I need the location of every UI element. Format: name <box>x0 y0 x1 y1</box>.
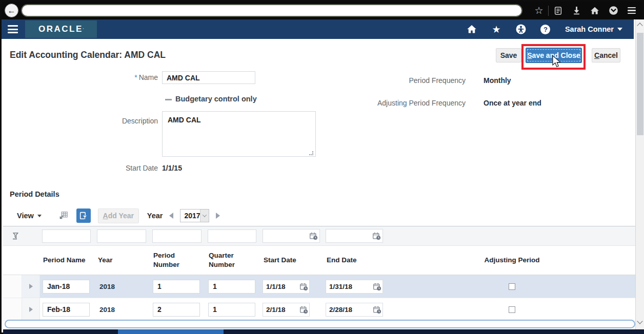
bottom-scroll-thumb[interactable] <box>118 329 224 334</box>
scroll-up-arrow-icon[interactable] <box>637 23 642 28</box>
end-date-text[interactable] <box>326 283 373 290</box>
start-date-value: 1/1/15 <box>162 164 182 172</box>
screenshot-frame: ← ☆ ORACLE' <box>0 0 644 334</box>
address-bar[interactable] <box>21 4 522 17</box>
add-year-button[interactable]: Add Year <box>98 208 139 223</box>
textarea-resize-grip[interactable] <box>309 151 313 155</box>
col-header-start-date[interactable]: Start Date <box>260 256 324 265</box>
filter-quarter-number-input[interactable] <box>208 229 256 243</box>
budgetary-control-checkbox[interactable] <box>165 99 172 100</box>
adjusting-period-checkbox[interactable] <box>509 283 515 290</box>
browser-chrome: ← ☆ <box>2 2 642 19</box>
scroll-down-arrow-icon[interactable] <box>637 318 642 324</box>
year-label: Year <box>147 212 163 220</box>
user-menu[interactable]: Sarah Conner <box>565 25 622 33</box>
name-input[interactable] <box>162 71 255 84</box>
start-date-label: Start Date <box>40 164 158 172</box>
row-expander[interactable] <box>22 298 40 321</box>
table-header-row: Period Name Year Period Number Quarter N… <box>3 246 635 275</box>
favorites-star-icon[interactable]: ★ <box>491 24 501 34</box>
cancel-button[interactable]: Cancel <box>592 48 620 62</box>
calendar-icon[interactable] <box>299 305 308 314</box>
calendar-icon[interactable] <box>309 232 318 240</box>
period-number-input[interactable] <box>153 303 200 317</box>
filter-period-name-input[interactable] <box>42 229 91 243</box>
calendar-icon[interactable] <box>372 232 381 240</box>
calendar-icon[interactable] <box>373 305 381 314</box>
period-number-input[interactable] <box>153 280 200 294</box>
vertical-scrollbar[interactable] <box>635 19 644 329</box>
filter-row <box>3 226 635 246</box>
filter-start-date-input[interactable] <box>263 229 320 243</box>
row-header-cell <box>3 298 22 321</box>
navigator-menu-icon[interactable] <box>8 25 18 33</box>
calendar-icon[interactable] <box>299 282 308 291</box>
query-by-example-filter-button[interactable] <box>76 208 91 223</box>
adjusting-period-checkbox[interactable] <box>509 306 515 313</box>
col-header-period-number[interactable]: Period Number <box>150 251 206 269</box>
description-textarea[interactable]: AMD CAL <box>162 111 316 157</box>
help-icon[interactable]: ? <box>540 24 551 34</box>
pocket-icon[interactable] <box>604 4 622 17</box>
start-date-input[interactable] <box>263 303 310 317</box>
col-header-end-date[interactable]: End Date <box>324 256 389 265</box>
budgetary-control-label: Budgetary control only <box>175 95 257 103</box>
period-name-input[interactable] <box>43 280 90 294</box>
end-date-input[interactable] <box>326 280 383 294</box>
row-expander[interactable] <box>22 275 40 298</box>
browser-home-icon[interactable] <box>586 4 604 17</box>
col-header-adjusting-period[interactable]: Adjusting Period <box>389 256 635 265</box>
previous-year-button[interactable] <box>169 213 173 219</box>
calendar-icon[interactable] <box>373 282 381 291</box>
home-icon[interactable] <box>467 24 477 34</box>
filter-period-number-input[interactable] <box>152 229 202 243</box>
accessibility-icon[interactable] <box>516 24 526 34</box>
address-input[interactable] <box>22 5 521 16</box>
bookmark-star-icon[interactable]: ☆ <box>530 4 548 17</box>
start-date-text[interactable] <box>263 306 299 314</box>
end-date-text[interactable] <box>326 306 373 314</box>
filter-end-date-input[interactable] <box>326 229 383 243</box>
end-date-input[interactable] <box>326 303 383 317</box>
year-cell: 2018 <box>95 283 150 290</box>
library-icon[interactable] <box>549 4 567 17</box>
header-global-icons: ★ ? Sarah Conner <box>467 24 634 34</box>
view-menu-button[interactable]: View <box>17 212 42 220</box>
year-combobox[interactable] <box>180 209 209 222</box>
period-frequency-label: Period Frequency <box>332 76 466 85</box>
bottom-scroll-track[interactable] <box>3 329 644 334</box>
period-details-toolbar: View Add Year Year <box>2 206 634 225</box>
start-date-text[interactable] <box>263 283 299 290</box>
col-header-quarter-number[interactable]: Quarter Number <box>206 251 260 269</box>
filter-year-input[interactable] <box>97 229 146 243</box>
year-input[interactable] <box>180 210 200 222</box>
browser-back-button[interactable]: ← <box>5 4 18 17</box>
browser-menu-icon[interactable] <box>622 4 641 17</box>
table-row[interactable]: 2018 <box>3 275 635 298</box>
filter-end-date-text[interactable] <box>326 232 372 240</box>
combo-chevron-icon[interactable] <box>200 210 209 222</box>
col-header-period-name[interactable]: Period Name <box>40 256 95 265</box>
qbe-funnel-icon <box>3 226 22 245</box>
start-date-input[interactable] <box>263 280 310 294</box>
adjusting-period-frequency-value: Once at year end <box>484 99 541 107</box>
save-button[interactable]: Save <box>496 48 521 62</box>
user-name: Sarah Conner <box>565 25 614 33</box>
vertical-scroll-thumb[interactable] <box>637 33 643 135</box>
detach-table-icon[interactable] <box>58 210 69 221</box>
next-year-button[interactable] <box>216 213 220 219</box>
period-frequency-value: Monthly <box>484 76 511 85</box>
adjusting-period-frequency-label: Adjusting Period Frequency <box>332 99 466 107</box>
filter-expander-spacer <box>22 226 40 245</box>
oracle-logo: ORACLE' <box>25 20 97 38</box>
name-label: *Name <box>40 73 158 81</box>
horizontal-scrollbar[interactable] <box>5 320 635 328</box>
col-header-year[interactable]: Year <box>95 256 150 265</box>
period-name-input[interactable] <box>43 303 90 317</box>
download-icon[interactable] <box>567 4 586 17</box>
filter-start-date-text[interactable] <box>263 232 309 240</box>
quarter-number-input[interactable] <box>208 280 255 294</box>
quarter-number-input[interactable] <box>208 303 255 317</box>
table-row[interactable]: 2018 <box>3 298 635 321</box>
required-marker: * <box>134 73 137 81</box>
